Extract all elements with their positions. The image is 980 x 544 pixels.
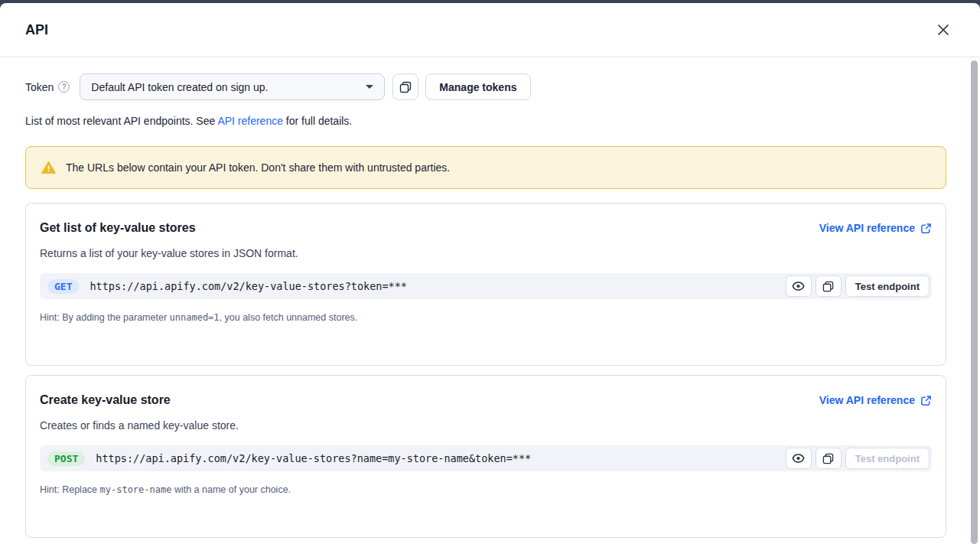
endpoint-card-get-list: Get list of key-value stores View API re…: [25, 203, 946, 366]
view-api-reference-label: View API reference: [819, 394, 915, 406]
copy-icon: [822, 281, 834, 292]
hint-after: with a name of your choice.: [171, 484, 291, 495]
close-icon: [936, 23, 950, 37]
hint-text: Hint: By adding the parameter unnamed=1,…: [40, 312, 932, 323]
modal-body: Token ? Default API token created on sig…: [0, 57, 980, 538]
hint-before: Hint: By adding the parameter: [40, 312, 170, 323]
reveal-token-button[interactable]: [786, 448, 812, 469]
card-head: Create key-value store View API referenc…: [40, 393, 932, 407]
warning-banner: The URLs below contain your API token. D…: [25, 146, 946, 189]
test-endpoint-button[interactable]: Test endpoint: [845, 275, 930, 297]
copy-url-button[interactable]: [816, 448, 842, 469]
endpoint-row: POST https://api.apify.com/v2/key-value-…: [40, 445, 932, 471]
warning-text: The URLs below contain your API token. D…: [66, 161, 450, 174]
external-link-icon: [920, 395, 932, 406]
card-title: Create key-value store: [40, 393, 171, 407]
view-api-reference-link[interactable]: View API reference: [819, 222, 932, 234]
intro-text: List of most relevant API endpoints. See…: [25, 115, 946, 127]
intro-before: List of most relevant API endpoints. See: [25, 115, 217, 127]
close-button[interactable]: [934, 21, 952, 39]
endpoint-row: GET https://api.apify.com/v2/key-value-s…: [40, 273, 932, 299]
help-icon[interactable]: ?: [58, 81, 70, 93]
endpoint-url: https://api.apify.com/v2/key-value-store…: [90, 280, 407, 292]
copy-icon: [399, 81, 412, 93]
hint-code: unnamed=1: [170, 312, 220, 323]
copy-token-button[interactable]: [392, 73, 418, 100]
hint-before: Hint: Replace: [40, 484, 100, 495]
modal-header: API: [0, 3, 980, 57]
card-head: Get list of key-value stores View API re…: [40, 221, 932, 235]
api-reference-link[interactable]: API reference: [217, 115, 283, 127]
external-link-icon: [920, 223, 932, 234]
hint-code: my-store-name: [100, 484, 172, 495]
token-row: Token ? Default API token created on sig…: [25, 73, 946, 100]
card-title: Get list of key-value stores: [40, 221, 196, 235]
eye-icon: [792, 281, 805, 292]
reveal-token-button[interactable]: [786, 275, 812, 297]
api-modal: API Token ? Default API token created on…: [0, 3, 980, 544]
endpoint-card-create: Create key-value store View API referenc…: [25, 375, 946, 538]
card-description: Returns a list of your key-value stores …: [40, 247, 932, 259]
test-endpoint-button[interactable]: Test endpoint: [845, 448, 930, 469]
copy-url-button[interactable]: [816, 275, 842, 297]
view-api-reference-link[interactable]: View API reference: [819, 394, 932, 406]
scrollbar-thumb[interactable]: [971, 60, 978, 544]
hint-text: Hint: Replace my-store-name with a name …: [40, 484, 932, 495]
method-badge: POST: [47, 451, 85, 466]
eye-icon: [792, 453, 805, 464]
view-api-reference-label: View API reference: [819, 222, 915, 234]
manage-tokens-button[interactable]: Manage tokens: [425, 73, 530, 100]
token-select-value: Default API token created on sign up.: [91, 81, 268, 93]
copy-icon: [822, 453, 834, 464]
token-label: Token: [25, 81, 54, 93]
warning-icon: [41, 161, 56, 174]
modal-title: API: [25, 22, 48, 38]
chevron-down-icon: [366, 85, 373, 89]
hint-after: , you also fetch unnamed stores.: [220, 312, 358, 323]
method-badge: GET: [47, 279, 79, 294]
endpoint-url: https://api.apify.com/v2/key-value-store…: [96, 452, 531, 464]
card-description: Creates or finds a named key-value store…: [40, 419, 932, 432]
intro-after: for full details.: [283, 115, 352, 127]
token-select[interactable]: Default API token created on sign up.: [80, 73, 385, 100]
